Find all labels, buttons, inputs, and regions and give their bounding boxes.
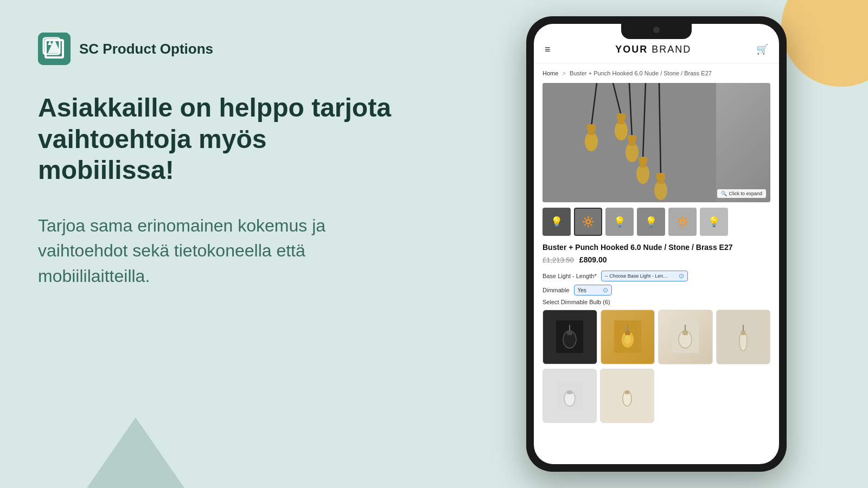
thumbnail-3[interactable]: 💡	[605, 208, 634, 236]
base-light-option-row: Base Light - Length* -- Choose Base Ligh…	[542, 271, 770, 281]
left-panel: SC Product Options Asiakkaille on helppo…	[0, 0, 445, 488]
phone-mockup: ≡ YOUR BRAND 🛒 Home > Buster + Punch Hoo…	[526, 16, 787, 472]
svg-marker-2	[48, 39, 61, 53]
svg-rect-12	[639, 157, 647, 163]
product-title: Buster + Punch Hooked 6.0 Nude / Stone /…	[542, 242, 770, 252]
expand-icon: 🔍	[721, 191, 727, 196]
dimmable-bulb-label: Select Dimmable Bulb (6)	[542, 299, 770, 305]
svg-rect-11	[628, 135, 636, 142]
base-light-placeholder: -- Choose Base Light - Length --	[605, 273, 670, 279]
dimmable-select[interactable]: Yes ⊙	[574, 285, 612, 296]
bulb-option-2[interactable]	[601, 310, 655, 364]
brand-name-label: SC Product Options	[79, 41, 213, 57]
thumbnail-5[interactable]: 🔆	[668, 208, 697, 236]
bulb-option-4[interactable]	[716, 310, 771, 364]
nav-brand-your: YOUR	[615, 44, 648, 55]
thumbnail-2[interactable]: 🔆	[574, 208, 602, 236]
thumbnail-4[interactable]: 💡	[637, 208, 665, 236]
breadcrumb-path: Buster + Punch Hooked 6.0 Nude / Stone /…	[570, 70, 712, 76]
dimmable-value: Yes	[578, 287, 586, 293]
breadcrumb-separator: >	[562, 70, 565, 76]
breadcrumb-home[interactable]: Home	[542, 70, 558, 76]
dimmable-select-icon: ⊙	[603, 286, 608, 294]
cart-icon[interactable]: 🛒	[756, 43, 768, 55]
bulb-option-6[interactable]	[600, 369, 654, 423]
right-panel: ≡ YOUR BRAND 🛒 Home > Buster + Punch Hoo…	[445, 0, 868, 488]
dimmable-option-row: Dimmable Yes ⊙	[542, 285, 770, 296]
expand-label: Click to expand	[729, 191, 762, 196]
base-light-label: Base Light - Length*	[542, 273, 597, 279]
svg-rect-35	[682, 331, 688, 335]
brand-logo	[38, 33, 71, 65]
bulb-option-3[interactable]	[658, 310, 713, 364]
svg-rect-1	[43, 38, 60, 54]
breadcrumb: Home > Buster + Punch Hooked 6.0 Nude / …	[542, 70, 770, 76]
brand-header: SC Product Options	[38, 33, 407, 65]
product-main-image[interactable]: 🔍 Click to expand	[542, 83, 770, 202]
nav-brand: YOUR BRAND	[615, 44, 691, 55]
svg-rect-10	[617, 113, 626, 120]
click-expand-btn[interactable]: 🔍 Click to expand	[717, 189, 766, 198]
svg-rect-13	[656, 173, 665, 179]
phone-screen: ≡ YOUR BRAND 🛒 Home > Buster + Punch Hoo…	[534, 24, 779, 464]
svg-rect-23	[658, 179, 664, 184]
svg-point-32	[624, 335, 631, 344]
headline: Asiakkaille on helppo tarjota vaihtoehto…	[38, 92, 407, 186]
original-price: £1,213.50	[542, 256, 574, 264]
svg-rect-30	[625, 331, 630, 335]
bulb-option-1[interactable]	[542, 310, 597, 364]
thumbnails-row: 💡 🔆 💡 💡 🔆 💡	[542, 208, 770, 236]
svg-rect-9	[587, 124, 596, 131]
svg-rect-39	[741, 331, 745, 335]
subtext: Tarjoa sama erinomainen kokemus ja vaiht…	[38, 213, 407, 288]
thumbnail-6[interactable]: 💡	[700, 208, 728, 236]
svg-rect-21	[640, 163, 646, 168]
sale-price: £809.00	[579, 255, 607, 264]
price-row: £1,213.50 £809.00	[542, 255, 770, 264]
thumbnail-1[interactable]: 💡	[542, 208, 571, 236]
svg-rect-17	[618, 120, 624, 124]
base-light-select-icon: ⊙	[679, 272, 684, 280]
dimmable-label: Dimmable	[542, 287, 570, 293]
phone-camera	[653, 27, 660, 33]
bulb-option-5[interactable]	[542, 369, 597, 423]
base-light-select[interactable]: -- Choose Base Light - Length -- ⊙	[601, 271, 688, 281]
svg-rect-46	[625, 390, 629, 394]
bulb-grid	[542, 310, 770, 364]
nav-brand-name: BRAND	[648, 44, 691, 55]
phone-content[interactable]: Home > Buster + Punch Hooked 6.0 Nude / …	[534, 63, 779, 464]
menu-icon[interactable]: ≡	[545, 44, 551, 54]
svg-rect-19	[629, 142, 635, 146]
svg-rect-26	[567, 331, 572, 335]
svg-rect-15	[588, 131, 595, 135]
svg-rect-43	[567, 390, 572, 394]
